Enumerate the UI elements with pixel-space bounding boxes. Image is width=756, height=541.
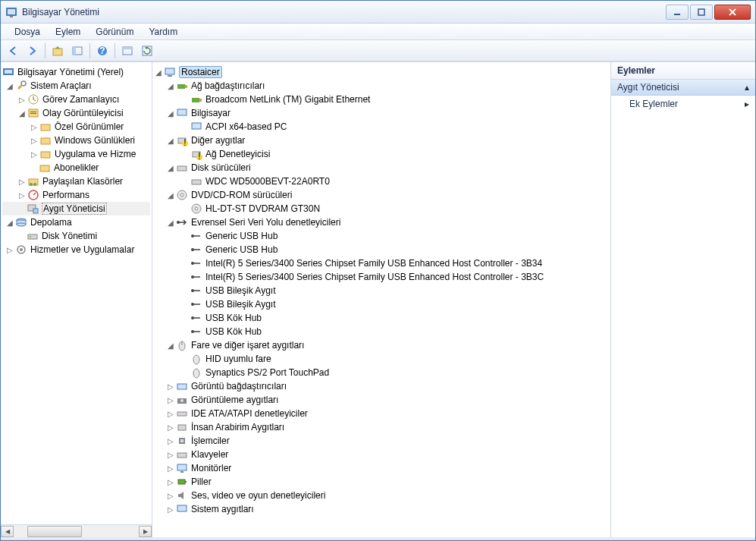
expander-icon[interactable]: ▷ [166,382,175,391]
expander-icon[interactable]: ▷ [30,122,39,131]
cat-keyboards[interactable]: ▷Klavyeler [154,448,609,461]
tree-services-apps[interactable]: ▷Hizmetler ve Uygulamalar [2,243,150,256]
device-item[interactable]: USB Kök Hub [154,325,609,338]
expander-icon[interactable]: ▷ [17,177,27,186]
cat-computer[interactable]: ◢Bilgisayar [154,106,609,120]
device-tree-pane[interactable]: ◢Rostaicer ◢Ağ bağdaştırıcıları Broadcom… [152,62,611,537]
expander-icon[interactable]: ▷ [166,436,175,445]
tree-app-services-logs[interactable]: ▷Uygulama ve Hizme [2,147,150,161]
tree-system-tools[interactable]: ◢Sistem Araçları [2,79,150,93]
expander-icon[interactable]: ▷ [166,491,175,500]
expander-icon[interactable]: ▷ [5,245,14,254]
cat-ide-controllers[interactable]: ▷IDE ATA/ATAPI denetleyiciler [154,407,609,420]
tree-device-manager[interactable]: Aygıt Yöneticisi [2,202,150,215]
collapse-icon[interactable]: ▴ [745,82,749,93]
cat-monitors[interactable]: ▷Monitörler [154,461,609,475]
scroll-track[interactable] [14,526,139,537]
cat-imaging-devices[interactable]: ▷Görüntüleme aygıtları [154,393,609,407]
tree-storage[interactable]: ◢Depolama [2,215,150,229]
expander-icon[interactable]: ▷ [166,477,175,486]
scroll-right-button[interactable]: ▶ [139,526,152,537]
expander-icon[interactable]: ▷ [166,395,175,404]
expander-icon[interactable]: ◢ [5,81,14,90]
expander-icon[interactable]: ◢ [166,81,175,90]
device-item[interactable]: HL-DT-ST DVDRAM GT30N [154,202,609,215]
expander-icon[interactable]: ◢ [17,109,27,118]
device-root[interactable]: ◢Rostaicer [154,65,609,79]
device-item[interactable]: Broadcom NetLink (TM) Gigabit Ethernet [154,93,609,106]
expander-icon[interactable]: ◢ [166,341,175,350]
cat-sound[interactable]: ▷Ses, video ve oyun denetleyicileri [154,489,609,502]
expander-icon[interactable]: ▷ [30,149,39,159]
properties-button[interactable] [118,42,136,60]
device-item[interactable]: Intel(R) 5 Series/3400 Series Chipset Fa… [154,256,609,270]
device-item[interactable]: HID uyumlu fare [154,352,609,366]
cat-usb-controllers[interactable]: ◢Evrensel Seri Veri Yolu denetleyicileri [154,215,609,229]
device-item[interactable]: USB Bileşik Aygıt [154,297,609,311]
refresh-button[interactable] [138,42,156,60]
expander-icon[interactable]: ▷ [17,95,27,104]
scope-tree[interactable]: Bilgisayar Yönetimi (Yerel) ◢Sistem Araç… [1,62,152,524]
horizontal-scrollbar[interactable]: ◀ ▶ [1,524,152,537]
cat-display-adapters[interactable]: ▷Görüntü bağdaştırıcıları [154,379,609,393]
device-item[interactable]: Synaptics PS/2 Port TouchPad [154,366,609,379]
back-button[interactable] [4,42,22,60]
expander-icon[interactable]: ▷ [166,464,175,473]
help-button[interactable]: ? [93,42,111,60]
menu-view[interactable]: Görünüm [88,25,141,39]
device-item[interactable]: ACPI x64-based PC [154,120,609,134]
expander-icon[interactable]: ▷ [166,409,175,418]
actions-section[interactable]: Aygıt Yöneticisi ▴ [611,80,755,96]
device-item[interactable]: USB Kök Hub [154,311,609,325]
expander-icon[interactable]: ◢ [166,136,175,145]
close-button[interactable] [714,5,751,20]
expander-icon[interactable]: ◢ [166,190,175,200]
device-item[interactable]: Generic USB Hub [154,229,609,243]
tree-subscriptions[interactable]: Abonelikler [2,161,150,175]
expander-icon[interactable]: ▷ [166,423,175,432]
expander-icon[interactable]: ▷ [17,190,27,200]
expander-icon[interactable]: ◢ [154,68,163,77]
menu-file[interactable]: Dosya [7,25,48,39]
maximize-button[interactable] [690,5,713,20]
tree-disk-management[interactable]: Disk Yönetimi [2,229,150,243]
expander-icon[interactable]: ▷ [30,136,39,145]
minimize-button[interactable] [666,5,689,20]
scroll-thumb[interactable] [27,526,82,537]
forward-button[interactable] [24,42,42,60]
menu-help[interactable]: Yardım [141,25,185,39]
expander-icon[interactable]: ◢ [5,218,14,227]
tree-event-viewer[interactable]: ◢Olay Görüntüleyicisi [2,106,150,120]
menu-action[interactable]: Eylem [48,25,88,39]
show-hide-tree-button[interactable] [68,42,86,60]
scroll-left-button[interactable]: ◀ [1,526,14,537]
device-item[interactable]: Generic USB Hub [154,243,609,256]
actions-more[interactable]: Ek Eylemler ▸ [611,96,755,112]
svg-rect-20 [41,124,50,131]
cat-network-adapters[interactable]: ◢Ağ bağdaştırıcıları [154,79,609,93]
expander-icon[interactable]: ▷ [166,505,175,514]
cat-disk-drives[interactable]: ◢Disk sürücüleri [154,161,609,175]
up-button[interactable] [49,42,67,60]
cat-processors[interactable]: ▷İşlemciler [154,434,609,448]
cat-batteries[interactable]: ▷Piller [154,475,609,489]
cat-dvd-drives[interactable]: ◢DVD/CD-ROM sürücüleri [154,188,609,202]
expander-icon[interactable]: ◢ [166,163,175,172]
cat-system-devices[interactable]: ▷Sistem aygıtları [154,502,609,516]
tree-root[interactable]: Bilgisayar Yönetimi (Yerel) [2,65,150,79]
tree-shared-folders[interactable]: ▷Paylaşılan Klasörler [2,175,150,188]
device-item[interactable]: WDC WD5000BEVT-22A0RT0 [154,175,609,188]
device-item[interactable]: Intel(R) 5 Series/3400 Series Chipset Fa… [154,270,609,284]
cat-other-devices[interactable]: ◢!Diğer aygıtlar [154,134,609,147]
tree-custom-views[interactable]: ▷Özel Görünümler [2,120,150,134]
expander-icon[interactable]: ◢ [166,218,175,227]
device-item[interactable]: USB Bileşik Aygıt [154,284,609,297]
cat-mice[interactable]: ◢Fare ve diğer işaret aygıtları [154,338,609,352]
expander-icon[interactable]: ▷ [166,450,175,459]
device-item[interactable]: !Ağ Denetleyicisi [154,147,609,161]
cat-hid[interactable]: ▷İnsan Arabirim Aygıtları [154,420,609,434]
tree-windows-logs[interactable]: ▷Windows Günlükleri [2,134,150,147]
tree-task-scheduler[interactable]: ▷Görev Zamanlayıcı [2,93,150,106]
expander-icon[interactable]: ◢ [166,109,175,118]
tree-performance[interactable]: ▷Performans [2,188,150,202]
